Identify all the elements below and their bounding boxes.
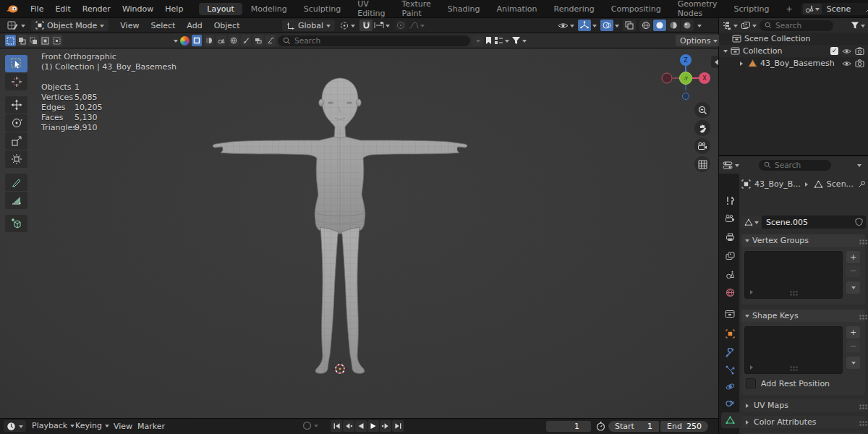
tool-measure[interactable] (5, 192, 27, 209)
asset-type-material[interactable] (204, 35, 214, 46)
tool-annotate[interactable] (5, 174, 27, 191)
workspace-tab-texture-paint[interactable]: Texture Paint (394, 0, 439, 20)
outliner-row-basemesh[interactable]: 43_Boy_Basemesh (719, 57, 868, 69)
expand-chevron-icon[interactable] (740, 61, 745, 66)
tab-material[interactable] (720, 430, 739, 434)
menu-file[interactable]: File (25, 4, 49, 14)
outliner-search-input[interactable] (775, 21, 828, 30)
shape-keys-list[interactable] (744, 326, 843, 374)
timeline-marker-menu[interactable]: Marker (137, 422, 165, 431)
add-workspace-button[interactable]: + (778, 3, 800, 15)
select-mode-intersect[interactable] (51, 35, 62, 46)
uv-maps-header[interactable]: UV Maps (741, 399, 865, 412)
asset-type-brush[interactable] (241, 35, 251, 46)
show-gizmo-toggle[interactable] (578, 20, 591, 31)
workspace-tab-uv-editing[interactable]: UV Editing (349, 0, 393, 20)
mode-selector[interactable]: Object Mode (31, 20, 109, 31)
panel-drag-grip[interactable] (859, 421, 861, 422)
disable-render-camera-icon[interactable] (855, 47, 864, 55)
sidebar-expand-tab[interactable] (711, 56, 718, 68)
remove-vertex-group-button[interactable]: − (846, 265, 860, 277)
disable-render-camera-icon[interactable] (855, 59, 864, 67)
tab-tool[interactable] (720, 192, 739, 208)
breadcrumb-object-name[interactable]: 43_Boy_B... (754, 179, 801, 189)
tool-cursor[interactable] (5, 73, 27, 90)
viewport-menu-object[interactable]: Object (208, 21, 246, 30)
bookmark-icon[interactable] (485, 36, 492, 45)
proportional-falloff-dropdown[interactable] (409, 21, 425, 30)
select-mode-invert[interactable] (40, 35, 51, 46)
hide-viewport-eye-icon[interactable] (842, 60, 851, 67)
workspace-tab-sculpting[interactable]: Sculpting (296, 3, 349, 15)
shape-key-specials-button[interactable] (846, 357, 860, 369)
pivot-point-dropdown[interactable] (339, 21, 355, 30)
show-overlays-toggle[interactable] (600, 20, 613, 31)
add-vertex-group-button[interactable]: + (846, 251, 860, 263)
use-preview-range-button[interactable] (596, 421, 605, 431)
camera-view-button[interactable] (694, 138, 710, 154)
shading-solid-button[interactable] (653, 20, 666, 31)
asset-display-dropdown[interactable] (494, 36, 509, 45)
tool-scale[interactable] (5, 132, 27, 150)
asset-type-decal[interactable] (253, 35, 263, 46)
asset-type-scene[interactable] (216, 35, 226, 46)
breadcrumb-data-name[interactable]: Scen... (827, 179, 854, 189)
axis-ball-neg-z[interactable] (683, 93, 689, 100)
auto-keying-toggle[interactable] (302, 421, 318, 430)
tab-output[interactable] (720, 229, 739, 245)
tab-object-data[interactable] (721, 412, 739, 428)
panel-drag-grip[interactable] (859, 239, 861, 241)
zoom-button[interactable] (694, 102, 710, 118)
jump-to-start-button[interactable] (331, 420, 342, 432)
keying-menu[interactable]: Keying (75, 421, 109, 430)
list-resize-grip[interactable] (790, 291, 791, 292)
pin-id-icon[interactable] (858, 180, 866, 188)
tab-world[interactable] (720, 284, 739, 300)
end-frame-field[interactable]: End 250 (660, 421, 708, 432)
next-keyframe-button[interactable] (380, 420, 391, 432)
toggle-orthographic-button[interactable] (694, 156, 710, 172)
collection-checkbox[interactable]: ✓ (830, 47, 838, 55)
overlays-dropdown[interactable] (615, 25, 619, 30)
previous-keyframe-button[interactable] (343, 420, 354, 432)
list-filter-chevron[interactable] (750, 365, 755, 370)
tab-scene[interactable] (720, 267, 739, 283)
pan-hand-button[interactable] (694, 120, 710, 136)
outliner-row-collection[interactable]: Collection ✓ (719, 45, 868, 57)
asset-type-nodegroup[interactable] (265, 35, 276, 46)
panel-drag-grip[interactable] (859, 315, 861, 316)
select-mode-set[interactable] (5, 35, 16, 46)
shading-wireframe-button[interactable] (639, 20, 652, 31)
shading-material-button[interactable] (667, 20, 680, 31)
menu-window[interactable]: Window (116, 4, 159, 14)
tool-add-cube[interactable] (5, 215, 27, 232)
datablock-name-field[interactable]: Scene.005 (762, 216, 852, 229)
properties-editor-type-button[interactable] (723, 161, 739, 170)
properties-search-input[interactable] (775, 161, 826, 169)
asset-bar-collapse-chevron[interactable] (174, 40, 178, 45)
current-frame-field[interactable]: 1 (546, 421, 591, 432)
menu-edit[interactable]: Edit (49, 4, 76, 14)
tool-transform[interactable] (5, 150, 27, 168)
expand-chevron-icon[interactable] (723, 50, 728, 55)
asset-sort-dropdown[interactable] (472, 35, 483, 46)
viewport-menu-select[interactable]: Select (145, 21, 181, 30)
tab-constraints[interactable] (720, 395, 739, 411)
timeline-view-menu[interactable]: View (114, 422, 132, 431)
axis-ball-neg-x[interactable] (662, 73, 672, 83)
snap-settings-dropdown[interactable] (374, 21, 390, 30)
workspace-tab-animation[interactable]: Animation (488, 3, 545, 15)
tool-move[interactable] (5, 96, 27, 114)
blenderkit-logo-icon[interactable] (180, 36, 190, 46)
list-resize-grip[interactable] (790, 366, 791, 367)
tool-rotate[interactable] (5, 114, 27, 132)
workspace-tab-shading[interactable]: Shading (440, 3, 488, 15)
workspace-tab-geometry-nodes[interactable]: Geometry Nodes (670, 0, 726, 20)
vertex-group-specials-button[interactable] (846, 281, 860, 294)
viewport-menu-add[interactable]: Add (181, 21, 208, 30)
shape-keys-header[interactable]: Shape Keys (741, 310, 865, 322)
xray-toggle[interactable] (623, 20, 636, 31)
hide-viewport-eye-icon[interactable] (842, 48, 851, 55)
outliner-editor-type-button[interactable] (722, 21, 738, 30)
outliner-display-mode-dropdown[interactable] (741, 21, 757, 30)
